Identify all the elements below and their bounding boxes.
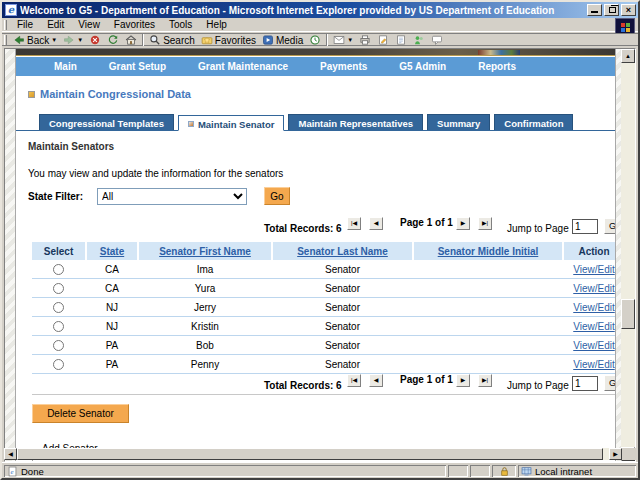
view-edit-link[interactable]: View/Edit	[573, 359, 615, 370]
header-first-name-sort-link[interactable]: Senator First Name	[159, 246, 251, 257]
scroll-up-button[interactable]: ▲	[621, 49, 635, 63]
first-page-button[interactable]: |◀	[347, 217, 361, 230]
history-button[interactable]	[306, 34, 324, 47]
cell-state: PA	[87, 336, 137, 354]
mail-dropdown-icon[interactable]: ▼	[347, 37, 353, 43]
horizontal-scroll-thumb[interactable]	[17, 448, 603, 460]
menu-help[interactable]: Help	[199, 18, 234, 31]
toolbar-separator	[142, 34, 144, 46]
security-pane	[492, 465, 516, 477]
restore-button[interactable]	[604, 4, 619, 16]
nav-reports[interactable]: Reports	[478, 61, 516, 72]
tab-confirmation[interactable]: Confirmation	[494, 114, 573, 130]
row-select-radio[interactable]	[53, 359, 64, 370]
delete-senator-button[interactable]: Delete Senator	[32, 404, 129, 423]
scroll-right-button[interactable]: ▶	[609, 448, 622, 460]
row-select-radio[interactable]	[53, 283, 64, 294]
cell-state: NJ	[87, 317, 137, 335]
previous-page-button[interactable]: ◀	[369, 217, 383, 230]
forward-dropdown-icon[interactable]: ▼	[77, 37, 83, 43]
header-last-name-sort-link[interactable]: Senator Last Name	[297, 246, 388, 257]
next-page-button[interactable]: ▶	[456, 217, 470, 230]
menu-favorites[interactable]: Favorites	[107, 18, 162, 31]
jump-to-page-label: Jump to Page	[507, 223, 569, 234]
tab-maintain-senator[interactable]: Maintain Senator	[178, 115, 285, 131]
view-edit-link[interactable]: View/Edit	[573, 264, 615, 275]
pagination-bottom: Total Records: 6 |◀ ◀ Page 1 of 1 ▶ ▶| J…	[16, 372, 615, 394]
close-button[interactable]: ×	[621, 4, 636, 16]
ie-page-icon: e	[7, 466, 18, 477]
previous-page-button[interactable]: ◀	[369, 374, 383, 387]
window-title: Welcome to G5 - Department of Education …	[20, 5, 585, 16]
view-edit-link[interactable]: View/Edit	[573, 340, 615, 351]
menu-gripper[interactable]	[4, 20, 7, 30]
menu-view[interactable]: View	[71, 18, 107, 31]
page-icon	[395, 34, 407, 46]
jump-to-page-input[interactable]	[572, 219, 598, 234]
row-select-radio[interactable]	[53, 340, 64, 351]
state-filter-select[interactable]: All	[97, 188, 247, 205]
messenger-button[interactable]	[410, 34, 428, 47]
title-bar[interactable]: e Welcome to G5 - Department of Educatio…	[2, 2, 638, 18]
state-filter-go-button[interactable]: Go	[264, 187, 290, 205]
scroll-left-button[interactable]: ◀	[4, 448, 17, 460]
nav-grant-setup[interactable]: Grant Setup	[109, 61, 166, 72]
view-edit-link[interactable]: View/Edit	[573, 283, 615, 294]
row-select-radio[interactable]	[53, 264, 64, 275]
bullet-icon	[28, 91, 35, 98]
last-page-button[interactable]: ▶|	[478, 217, 492, 230]
page-button[interactable]	[392, 34, 410, 47]
nav-payments[interactable]: Payments	[320, 61, 367, 72]
tab-congressional-templates[interactable]: Congressional Templates	[39, 114, 174, 130]
horizontal-scrollbar[interactable]: ◀ ▶	[4, 448, 636, 460]
media-button[interactable]: Media	[259, 34, 306, 47]
nav-g5-admin[interactable]: G5 Admin	[399, 61, 446, 72]
menu-file[interactable]: File	[10, 18, 40, 31]
status-bar: e Done Local intranet	[2, 462, 638, 478]
refresh-button[interactable]	[104, 34, 122, 47]
favorites-button[interactable]: Favorites	[198, 34, 259, 47]
row-select-radio[interactable]	[53, 302, 64, 313]
back-button[interactable]: Back▼	[10, 34, 60, 47]
toolbar-gripper[interactable]	[4, 35, 7, 45]
tab-summary[interactable]: Summary	[427, 114, 490, 130]
print-button[interactable]	[356, 34, 374, 47]
jump-go-button[interactable]: Go	[604, 375, 616, 391]
header-middle-initial-sort-link[interactable]: Senator Middle Initial	[438, 246, 539, 257]
first-page-button[interactable]: |◀	[347, 374, 361, 387]
table-row: CA Yura Senator View/Edit	[32, 279, 616, 298]
menu-edit[interactable]: Edit	[40, 18, 71, 31]
minimize-button[interactable]	[587, 4, 602, 16]
vertical-scroll-thumb[interactable]	[621, 299, 635, 329]
row-select-radio[interactable]	[53, 321, 64, 332]
search-button[interactable]: Search	[146, 34, 198, 47]
last-page-button[interactable]: ▶|	[478, 374, 492, 387]
cell-last-name: Senator	[273, 298, 412, 316]
view-edit-link[interactable]: View/Edit	[573, 302, 615, 313]
cell-middle-initial	[414, 336, 562, 354]
home-button[interactable]	[122, 34, 140, 47]
security-zone-pane: Local intranet	[518, 465, 636, 477]
nav-main[interactable]: Main	[54, 61, 77, 72]
ie-logo-icon: e	[5, 4, 17, 16]
svg-text:e: e	[10, 468, 13, 475]
section-title: Maintain Senators	[28, 141, 114, 152]
menu-tools[interactable]: Tools	[162, 18, 199, 31]
header-state-sort-link[interactable]: State	[100, 246, 124, 257]
forward-button[interactable]: ▼	[60, 34, 86, 47]
back-dropdown-icon[interactable]: ▼	[51, 37, 57, 43]
next-page-button[interactable]: ▶	[456, 374, 470, 387]
edit-button[interactable]	[374, 34, 392, 47]
jump-go-button[interactable]: Go	[604, 218, 616, 234]
view-edit-link[interactable]: View/Edit	[573, 321, 615, 332]
history-icon	[309, 34, 321, 46]
jump-to-page-input[interactable]	[572, 376, 598, 391]
vertical-scrollbar[interactable]: ▲ ▼	[621, 49, 635, 461]
mail-button[interactable]: ▼	[330, 34, 356, 47]
discuss-button[interactable]	[428, 34, 446, 47]
tab-maintain-representatives[interactable]: Maintain Representatives	[288, 114, 423, 130]
forward-arrow-icon	[63, 34, 75, 46]
nav-grant-maintenance[interactable]: Grant Maintenance	[198, 61, 288, 72]
stop-button[interactable]	[86, 34, 104, 47]
cell-state: PA	[87, 355, 137, 373]
